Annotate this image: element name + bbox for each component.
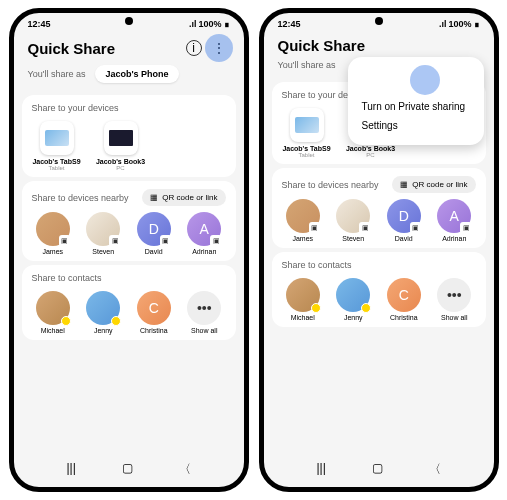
status-right: .ıl 100%∎: [189, 19, 230, 29]
nearby-person[interactable]: D▣David: [383, 199, 426, 242]
contact-person[interactable]: CChristina: [133, 291, 176, 334]
private-sharing-option[interactable]: Turn on Private sharing: [362, 67, 470, 116]
camera-notch: [125, 17, 133, 25]
contact-person[interactable]: CChristina: [383, 278, 426, 321]
back-button[interactable]: 〈: [429, 461, 441, 478]
share-as-label: You'll share as: [278, 60, 336, 70]
nav-bar: ||| ▢ 〈: [264, 455, 494, 484]
contact-person[interactable]: Jenny: [332, 278, 375, 321]
contact-person[interactable]: Michael: [282, 278, 325, 321]
show-all-button[interactable]: •••Show all: [433, 278, 476, 321]
nearby-person[interactable]: A▣Adrinan: [433, 199, 476, 242]
nearby-person[interactable]: ▣James: [282, 199, 325, 242]
nearby-section: Share to devices nearby▦ QR code or link…: [272, 168, 486, 248]
clock: 12:45: [278, 19, 301, 29]
page-title: Quick Share: [28, 40, 180, 57]
device-tablet[interactable]: Jacob's TabS9Tablet: [282, 108, 332, 158]
context-menu: Turn on Private sharing Settings: [348, 57, 484, 145]
show-all-button[interactable]: •••Show all: [183, 291, 226, 334]
contact-person[interactable]: Michael: [32, 291, 75, 334]
settings-option[interactable]: Settings: [362, 116, 470, 135]
recents-button[interactable]: |||: [316, 461, 325, 478]
home-button[interactable]: ▢: [122, 461, 133, 478]
status-right: .ıl 100%∎: [439, 19, 480, 29]
nearby-section: Share to devices nearby▦ QR code or link…: [22, 181, 236, 261]
home-button[interactable]: ▢: [372, 461, 383, 478]
phone-left: 12:45 .ıl 100%∎ Quick Share i ⋮ You'll s…: [9, 8, 249, 492]
nearby-person[interactable]: ▣James: [32, 212, 75, 255]
recents-button[interactable]: |||: [66, 461, 75, 478]
share-as-label: You'll share as: [28, 69, 86, 79]
qr-link-button[interactable]: ▦ QR code or link: [392, 176, 475, 193]
back-button[interactable]: 〈: [179, 461, 191, 478]
more-menu-button[interactable]: ⋮: [208, 37, 230, 59]
clock: 12:45: [28, 19, 51, 29]
contact-person[interactable]: Jenny: [82, 291, 125, 334]
nav-bar: ||| ▢ 〈: [14, 455, 244, 484]
nearby-person[interactable]: D▣David: [133, 212, 176, 255]
phone-right: 12:45 .ıl 100%∎ Quick Share Turn on Priv…: [259, 8, 499, 492]
contacts-section: Share to contacts Michael Jenny CChristi…: [22, 265, 236, 340]
nearby-person[interactable]: ▣Steven: [82, 212, 125, 255]
contacts-section: Share to contacts Michael Jenny CChristi…: [272, 252, 486, 327]
device-tablet[interactable]: Jacob's TabS9Tablet: [32, 121, 82, 171]
nearby-person[interactable]: ▣Steven: [332, 199, 375, 242]
qr-link-button[interactable]: ▦ QR code or link: [142, 189, 225, 206]
device-pc[interactable]: Jacob's Book3PC: [96, 121, 146, 171]
info-icon[interactable]: i: [186, 40, 202, 56]
page-title: Quick Share: [278, 37, 480, 54]
your-devices-section: Share to your devices Jacob's TabS9Table…: [22, 95, 236, 177]
camera-notch: [375, 17, 383, 25]
device-name-chip[interactable]: Jacob's Phone: [95, 65, 178, 83]
nearby-person[interactable]: A▣Adrinan: [183, 212, 226, 255]
